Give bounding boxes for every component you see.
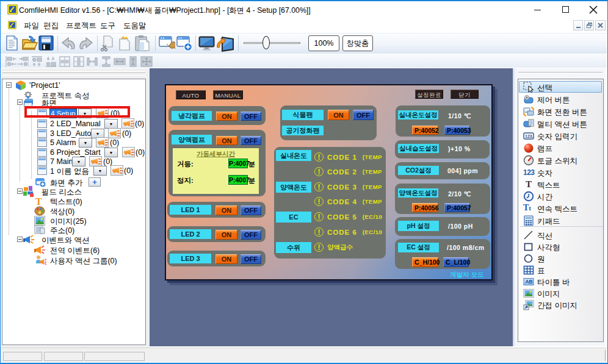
svg-text:AB: AB: [525, 279, 532, 285]
svg-text:123.: 123.: [525, 134, 534, 138]
